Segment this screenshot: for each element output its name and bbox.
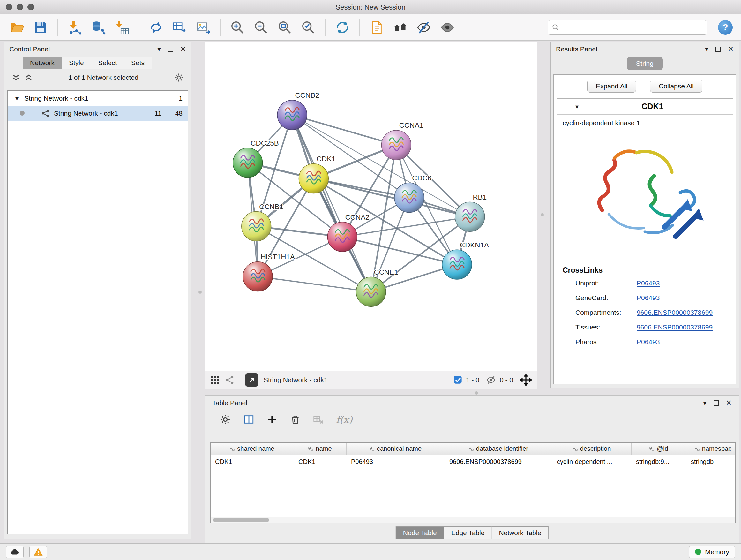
- network-node-HIST1H1A[interactable]: HIST1H1A: [243, 253, 295, 291]
- network-node-CCNA1[interactable]: CCNA1: [381, 121, 423, 160]
- tab-style[interactable]: Style: [62, 57, 91, 69]
- network-edge[interactable]: [292, 115, 396, 145]
- tab-edge-table[interactable]: Edge Table: [444, 526, 492, 539]
- crosslink-link[interactable]: P06493: [636, 279, 660, 287]
- collapse-all-icon[interactable]: [12, 73, 20, 82]
- zoom-out-button[interactable]: [251, 17, 271, 37]
- network-node-CCNB1[interactable]: CCNB1: [242, 203, 283, 241]
- table-cell: CDK1: [294, 455, 347, 469]
- column-header-description[interactable]: description: [552, 442, 631, 455]
- network-share-icon[interactable]: [225, 375, 234, 385]
- network-row-selected[interactable]: String Network - cdk1 11 48: [8, 106, 188, 121]
- table-settings-gear-icon[interactable]: [220, 414, 231, 425]
- close-window-button[interactable]: [6, 4, 12, 10]
- protein-description: cyclin-dependent kinase 1: [557, 115, 733, 128]
- bottom-splitter-handle[interactable]: [475, 391, 478, 395]
- delete-column-trash-icon[interactable]: [290, 415, 300, 425]
- control-panel-header: Control Panel ▾ ✕: [4, 42, 191, 57]
- expand-all-button[interactable]: Expand All: [587, 80, 636, 92]
- column-header-namespac[interactable]: namespac: [686, 442, 736, 455]
- show-view-button[interactable]: [437, 17, 457, 37]
- panel-menu-icon[interactable]: ▾: [158, 46, 161, 52]
- home-button[interactable]: [390, 17, 410, 37]
- detach-view-button[interactable]: [245, 373, 259, 387]
- expand-all-icon[interactable]: [24, 73, 33, 82]
- horizontal-scrollbar[interactable]: [211, 516, 735, 523]
- network-state-dot: [20, 111, 24, 116]
- crosslink-link[interactable]: 9606.ENSP00000378699: [636, 323, 713, 331]
- float-panel-icon[interactable]: [714, 400, 719, 406]
- import-table-file-button[interactable]: [112, 17, 132, 37]
- gear-icon[interactable]: [174, 73, 184, 82]
- left-splitter-handle[interactable]: [199, 291, 202, 294]
- collection-disclosure-icon[interactable]: ▾: [15, 95, 18, 102]
- zoom-selected-button[interactable]: [298, 17, 318, 37]
- network-node-CCNB2[interactable]: CCNB2: [277, 91, 319, 130]
- close-panel-icon[interactable]: ✕: [726, 399, 732, 407]
- network-node-RB1[interactable]: RB1: [455, 193, 487, 232]
- panel-menu-icon[interactable]: ▾: [703, 400, 706, 406]
- scrollbar-thumb[interactable]: [213, 518, 269, 522]
- table-row[interactable]: CDK1CDK1P064939606.ENSP00000378699cyclin…: [211, 455, 735, 469]
- refresh-button[interactable]: [333, 17, 352, 37]
- hidden-eye-slash-icon[interactable]: [486, 375, 496, 385]
- warnings-button[interactable]: [29, 546, 47, 558]
- node-label: RB1: [473, 193, 487, 201]
- image-export-icon: [196, 20, 211, 35]
- cloud-status-button[interactable]: [6, 546, 23, 558]
- network-collection-row[interactable]: ▾ String Network - cdk1 1: [8, 91, 188, 106]
- right-splitter-handle[interactable]: [541, 213, 544, 216]
- collapse-all-button[interactable]: Collapse All: [650, 80, 702, 92]
- minimize-window-button[interactable]: [17, 4, 23, 10]
- collapse-protein-icon[interactable]: ▾: [576, 103, 579, 111]
- network-node-CDC25B[interactable]: CDC25B: [233, 139, 279, 178]
- document-button[interactable]: [367, 17, 387, 37]
- crosslink-link[interactable]: 9606.ENSP00000378699: [636, 309, 713, 316]
- tab-node-table[interactable]: Node Table: [396, 526, 444, 539]
- tab-string[interactable]: String: [627, 57, 663, 70]
- save-session-button[interactable]: [30, 17, 51, 37]
- network-graph[interactable]: CCNB2CCNA1CDC25BCDK1CDC6RB1CCNB1CCNA2CDK…: [205, 42, 537, 371]
- tab-network-table[interactable]: Network Table: [491, 526, 549, 539]
- add-column-plus-icon[interactable]: [267, 415, 277, 425]
- network-edge[interactable]: [314, 179, 470, 217]
- zoom-in-button[interactable]: [227, 17, 247, 37]
- crosslink-link[interactable]: P06493: [636, 294, 660, 302]
- tab-network[interactable]: Network: [23, 57, 62, 69]
- column-header-name[interactable]: name: [294, 442, 347, 455]
- protein-card-header[interactable]: ▾ CDK1: [557, 99, 733, 115]
- network-from-table-button[interactable]: [170, 17, 190, 37]
- hide-view-button[interactable]: [414, 17, 434, 37]
- table-cell: P06493: [347, 455, 445, 469]
- search-input[interactable]: [562, 23, 703, 31]
- column-header-canonical-name[interactable]: canonical name: [347, 442, 445, 455]
- float-panel-icon[interactable]: [716, 47, 721, 52]
- network-edge[interactable]: [258, 276, 371, 292]
- network-node-CDKN1A[interactable]: CDKN1A: [442, 241, 489, 279]
- open-session-button[interactable]: [7, 17, 27, 37]
- column-header--id[interactable]: @id: [631, 442, 686, 455]
- crosslink-link[interactable]: P06493: [636, 338, 660, 346]
- show-columns-icon[interactable]: [244, 414, 254, 425]
- memory-button[interactable]: Memory: [689, 546, 735, 558]
- close-panel-icon[interactable]: ✕: [180, 46, 186, 53]
- zoom-fit-button[interactable]: [275, 17, 294, 37]
- close-panel-icon[interactable]: ✕: [728, 46, 734, 53]
- column-header-shared-name[interactable]: shared name: [211, 442, 294, 455]
- selected-checkbox-icon[interactable]: [454, 375, 462, 384]
- help-button[interactable]: ?: [718, 20, 733, 35]
- network-canvas[interactable]: CCNB2CCNA1CDC25BCDK1CDC6RB1CCNB1CCNA2CDK…: [205, 42, 537, 371]
- pan-crosshair-icon[interactable]: [520, 374, 532, 386]
- column-header-database-identifier[interactable]: database identifier: [445, 442, 552, 455]
- panel-menu-icon[interactable]: ▾: [705, 46, 709, 52]
- zoom-window-button[interactable]: [27, 4, 34, 10]
- float-panel-icon[interactable]: [168, 47, 173, 52]
- import-network-database-button[interactable]: [88, 17, 108, 37]
- import-network-file-button[interactable]: [65, 17, 84, 37]
- grid-view-icon[interactable]: [210, 375, 220, 385]
- network-edge[interactable]: [292, 115, 371, 292]
- tab-select[interactable]: Select: [91, 57, 124, 69]
- clone-network-button[interactable]: [146, 17, 166, 37]
- tab-sets[interactable]: Sets: [124, 57, 152, 69]
- export-image-button[interactable]: [193, 17, 213, 37]
